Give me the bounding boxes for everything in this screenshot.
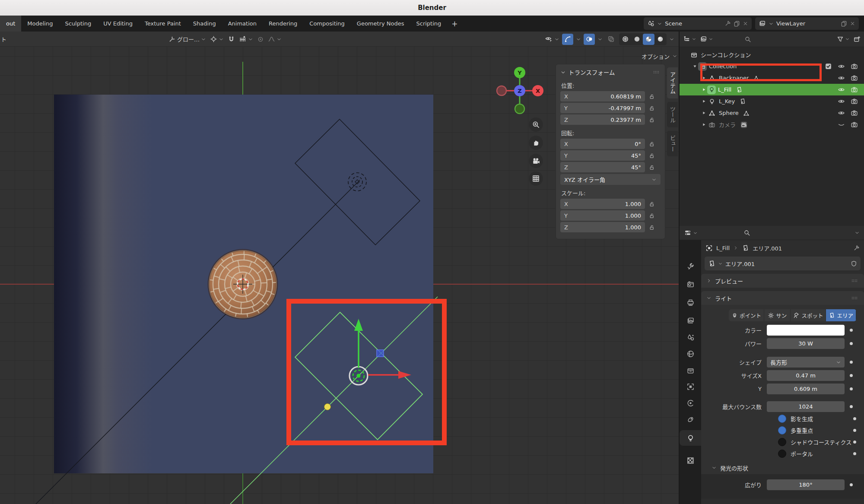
eye-toggle-icon[interactable] [838, 63, 845, 70]
shape-dropdown[interactable]: 長方形 [767, 357, 845, 368]
size-x-field[interactable]: 0.47 m [767, 370, 845, 381]
tab-texture[interactable] [680, 453, 701, 468]
power-field[interactable]: 30 W [767, 338, 845, 349]
axis-ball-neg-y[interactable] [515, 104, 524, 114]
animate-dot[interactable] [850, 329, 853, 332]
new-scene-icon[interactable] [734, 20, 740, 27]
scale-y-field[interactable]: Y1.000 [560, 210, 645, 221]
show-gizmo-toggle[interactable] [562, 34, 573, 45]
animate-dot[interactable] [853, 417, 856, 420]
emission-shape-panel-header[interactable]: 発光の形状 [701, 461, 864, 474]
scale-z-field[interactable]: Z1.000 [560, 222, 645, 232]
camera-toggle-icon[interactable] [851, 86, 858, 93]
outliner-row-L_Fill[interactable]: L_Fill [680, 84, 864, 95]
location-x-field[interactable]: X0.60819 m [560, 91, 645, 101]
workspace-tab-animation[interactable]: Animation [222, 16, 263, 32]
chevron-down-icon[interactable] [854, 230, 860, 235]
toggle-off[interactable] [778, 450, 786, 458]
rotation-y-field[interactable]: Y45° [560, 150, 645, 161]
zoom-button[interactable] [529, 117, 543, 132]
tab-constraints[interactable] [680, 412, 701, 427]
new-collection-icon[interactable] [853, 35, 861, 43]
lock-open-icon[interactable] [648, 164, 655, 171]
pan-button[interactable] [529, 136, 543, 150]
shading-material-preview-button[interactable] [643, 34, 654, 45]
expander-right-icon[interactable] [700, 111, 707, 115]
outliner-row-シーンコレクション[interactable]: シーンコレクション [680, 49, 864, 60]
tab-render[interactable] [680, 276, 701, 292]
tab-physics[interactable] [680, 395, 701, 411]
light-type-ポイント[interactable]: ポイント [729, 309, 764, 321]
animate-dot[interactable] [850, 483, 853, 486]
workspace-tab-out[interactable]: out [0, 16, 21, 32]
pivot-point-dropdown[interactable] [210, 35, 224, 43]
display-mode-dropdown[interactable] [700, 35, 713, 43]
tab-scene[interactable] [680, 330, 701, 345]
snap-target-dropdown[interactable] [239, 35, 253, 43]
workspace-tab-compositing[interactable]: Compositing [303, 16, 351, 32]
tab-view-layer[interactable] [680, 313, 701, 328]
tab-tool[interactable] [680, 258, 701, 274]
show-overlays-toggle[interactable] [584, 34, 595, 45]
spread-field[interactable]: 180° [767, 479, 845, 490]
snap-toggle[interactable] [228, 35, 235, 43]
tab-collection[interactable] [680, 362, 701, 378]
shading-dropdown-chevron-icon[interactable] [669, 37, 674, 42]
sidebar-tab-ツール[interactable]: ツール [667, 102, 678, 127]
lock-open-icon[interactable] [648, 224, 655, 231]
shading-solid-button[interactable] [631, 34, 643, 45]
toggle-on[interactable] [778, 415, 786, 423]
datablock-selector[interactable]: エリア.001 [705, 257, 861, 270]
breadcrumb-data[interactable]: エリア.001 [753, 244, 782, 252]
tab-output[interactable] [680, 295, 701, 310]
eye-toggle-icon[interactable] [838, 86, 845, 93]
animate-dot[interactable] [850, 405, 853, 408]
camera-toggle-icon[interactable] [851, 98, 858, 105]
grip-icon[interactable] [652, 69, 661, 75]
camera-toggle-icon[interactable] [851, 109, 858, 117]
expander-down-icon[interactable] [691, 64, 698, 69]
eye-closed-toggle-icon[interactable] [838, 121, 845, 128]
sidebar-tab-ビュー[interactable]: ビュー [667, 131, 678, 156]
rotation-z-field[interactable]: Z45° [560, 162, 645, 172]
animate-dot[interactable] [853, 452, 856, 455]
outliner-item-label[interactable]: シーンコレクション [701, 51, 751, 59]
proportional-falloff-dropdown[interactable] [268, 35, 282, 43]
lock-open-icon[interactable] [648, 212, 655, 219]
color-swatch[interactable] [767, 325, 845, 336]
workspace-tab-sculpting[interactable]: Sculpting [59, 16, 97, 32]
rotation-x-field[interactable]: X0° [560, 139, 645, 149]
light-type-スポット[interactable]: スポット [791, 309, 826, 321]
toggle-on[interactable] [778, 426, 786, 434]
tab-world[interactable] [680, 346, 701, 361]
shield-icon[interactable] [851, 260, 857, 267]
location-z-field[interactable]: Z0.23977 m [560, 114, 645, 125]
gizmo-dropdown-chevron-icon[interactable] [576, 37, 581, 42]
expander-right-icon[interactable] [700, 87, 707, 92]
options-dropdown[interactable]: オプション [626, 51, 677, 61]
animate-dot[interactable] [850, 342, 853, 345]
camera-toggle-icon[interactable] [851, 63, 858, 70]
transform-orientation-dropdown[interactable]: グロー… [168, 35, 206, 43]
scene-selector[interactable]: Scene [644, 17, 752, 30]
tab-object-data-light[interactable] [680, 430, 701, 446]
overlays-dropdown-chevron-icon[interactable] [597, 37, 603, 42]
transform-panel-title[interactable]: トランスフォーム [569, 68, 615, 76]
search-icon[interactable] [743, 229, 750, 236]
camera-view-button[interactable] [529, 154, 543, 168]
camera-toggle-icon[interactable] [851, 121, 858, 128]
breadcrumb-object[interactable]: L_Fill [716, 245, 730, 251]
workspace-tab-texture-paint[interactable]: Texture Paint [139, 16, 187, 32]
xray-toggle[interactable] [605, 34, 616, 45]
workspace-tab-geometry-nodes[interactable]: Geometry Nodes [351, 16, 410, 32]
rotation-mode-dropdown[interactable]: XYZ オイラー角 [560, 174, 661, 185]
expander-right-icon[interactable] [700, 99, 707, 104]
light-panel-header[interactable]: ライト [701, 291, 864, 305]
light-type-エリア[interactable]: エリア [826, 309, 856, 321]
light-type-サン[interactable]: サン [764, 309, 791, 321]
orthographic-toggle-button[interactable] [529, 171, 543, 186]
expander-right-icon[interactable] [700, 122, 707, 127]
tab-object[interactable] [680, 379, 701, 394]
viewlayer-selector[interactable]: ViewLayer [755, 17, 859, 30]
navigation-gizmo[interactable]: Y X Z [492, 64, 549, 121]
